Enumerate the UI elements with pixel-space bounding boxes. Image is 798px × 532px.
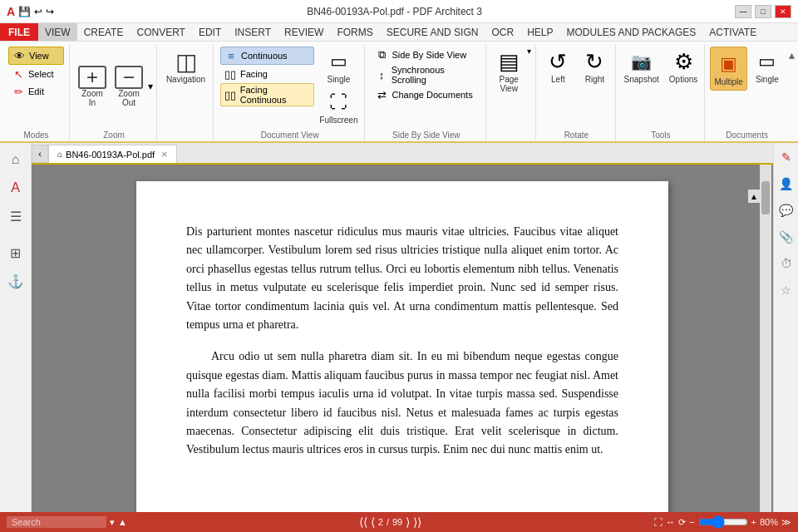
search-input[interactable] (7, 516, 106, 528)
tools-label: Tools (651, 131, 670, 140)
menu-file[interactable]: FILE (0, 23, 38, 41)
tab-nav-left[interactable]: ‹ (32, 145, 48, 163)
status-left: ▾ ▲ (7, 516, 127, 528)
undo-icon[interactable]: ↩ (34, 6, 42, 17)
attachments-icon: 📎 (779, 230, 793, 244)
clock-btn[interactable]: ⏱ (776, 253, 797, 274)
pages-icon: ☰ (10, 209, 22, 224)
facing-icon: ▯▯ (223, 66, 238, 81)
side-by-side-button[interactable]: ⧉ Side By Side View (372, 47, 480, 63)
rotate-left-button[interactable]: ↺ Left (541, 47, 574, 86)
facing-button[interactable]: ▯▯ Facing (220, 66, 314, 82)
scroll-up-btn[interactable]: ▲ (748, 190, 760, 203)
select-mode-button[interactable]: ↖ Select (8, 66, 64, 82)
menu-create[interactable]: CREATE (77, 23, 131, 41)
ribbon-group-pageview: ▤ PageView ▾ (488, 45, 536, 141)
save-icon[interactable]: 💾 (18, 6, 31, 17)
fullscreen-button[interactable]: ⛶ Fullscreen (318, 87, 359, 126)
attachments-btn[interactable]: 📎 (776, 226, 797, 248)
single-button[interactable]: ▭ Single (323, 47, 353, 86)
menu-review[interactable]: REVIEW (278, 23, 330, 41)
multiple-icon: ▣ (716, 51, 742, 77)
modes-label: Modes (23, 131, 48, 140)
home-panel-btn[interactable]: ⌂ (2, 146, 29, 173)
zoom-in-status-btn[interactable]: + (751, 517, 756, 527)
menu-activate[interactable]: ACTIVATE (702, 23, 763, 41)
sync-scroll-icon: ↕ (374, 67, 388, 82)
menu-forms[interactable]: FORMS (330, 23, 379, 41)
layers-panel-btn[interactable]: ⊞ (2, 239, 29, 266)
fit-width-btn[interactable]: ↔ (666, 517, 675, 527)
right-panel: ✎ 👤 💬 📎 ⏱ ☆ (773, 143, 798, 512)
menu-convert[interactable]: CONVERT (130, 23, 191, 41)
scrollbar[interactable] (760, 165, 771, 512)
pdf-area[interactable]: ▲ Dis parturient montes nascetur ridicul… (32, 165, 773, 512)
menu-edit[interactable]: EDIT (192, 23, 228, 41)
menu-insert[interactable]: INSERT (228, 23, 278, 41)
page-view-dropdown[interactable]: ▾ (527, 47, 531, 56)
rotate-label: Rotate (564, 131, 589, 140)
anchor-panel-btn[interactable]: ⚓ (2, 268, 29, 294)
menu-ocr[interactable]: OCR (485, 23, 520, 41)
search-up-btn[interactable]: ▲ (118, 517, 127, 527)
zoom-dropdown[interactable]: ▾ (148, 81, 153, 92)
anchor-icon: ⚓ (7, 273, 24, 289)
sync-scroll-button[interactable]: ↕ Synchronous Scrolling (372, 64, 480, 86)
fit-page-btn[interactable]: ⛶ (653, 517, 663, 527)
ribbon-group-sidebyside: ⧉ Side By Side View ↕ Synchronous Scroll… (367, 45, 486, 141)
snapshot-button[interactable]: 📷 Snapshot (621, 47, 663, 86)
rotate-status-btn[interactable]: ⟳ (678, 517, 686, 528)
zoom-out-button[interactable]: − ZoomOut (111, 64, 146, 109)
restore-btn[interactable]: □ (755, 5, 771, 18)
document-tab[interactable]: ⌂ BN46-00193A-Pol.pdf × (48, 145, 177, 163)
redo-icon[interactable]: ↪ (46, 6, 54, 17)
page-separator: / (387, 517, 389, 527)
change-docs-button[interactable]: ⇄ Change Documents (372, 86, 480, 103)
scroll-thumb[interactable] (761, 181, 770, 214)
menu-secure[interactable]: SECURE AND SIGN (380, 23, 485, 41)
annotation-icon: ✎ (781, 150, 791, 164)
facing-continuous-icon: ▯▯ (224, 87, 238, 102)
nav-last-btn[interactable]: ⟩⟩ (413, 515, 421, 529)
search-panel-btn[interactable]: A (2, 175, 29, 201)
search-dropdown-btn[interactable]: ▾ (110, 517, 115, 528)
minimize-btn[interactable]: — (735, 5, 751, 18)
nav-next-btn[interactable]: ⟩ (406, 515, 410, 529)
zoom-more-btn[interactable]: ≫ (781, 517, 791, 528)
menu-view[interactable]: VIEW (38, 23, 77, 41)
single-doc-icon: ▭ (754, 48, 781, 75)
comments-btn[interactable]: 💬 (776, 200, 797, 221)
zoom-in-button[interactable]: + ZoomIn (75, 64, 110, 109)
annotation-btn[interactable]: ✎ (776, 146, 797, 168)
zoom-slider[interactable] (698, 519, 748, 525)
ribbon-content: 👁 View ↖ Select ✏ Edit Modes + ZoomIn (0, 42, 798, 141)
comments-icon: 💬 (779, 204, 793, 217)
navigation-button[interactable]: ◫ Navigation (163, 47, 209, 86)
nav-prev-btn[interactable]: ⟨ (371, 515, 375, 529)
contacts-btn[interactable]: 👤 (776, 173, 797, 195)
pages-panel-btn[interactable]: ☰ (2, 203, 29, 229)
ribbon-collapse[interactable]: ▴ (789, 45, 795, 141)
menu-modules[interactable]: MODULES AND PACKAGES (559, 23, 702, 41)
ribbon-group-docview: ≡ Continuous ▯▯ Facing ▯▯ Facing Continu… (215, 45, 365, 141)
options-button[interactable]: ⚙ Options (666, 47, 701, 86)
continuous-button[interactable]: ≡ Continuous (220, 47, 314, 65)
collapse-icon[interactable]: ▴ (789, 48, 795, 62)
nav-first-btn[interactable]: ⟨⟨ (359, 515, 367, 529)
tab-close-btn[interactable]: × (161, 148, 168, 160)
page-view-button[interactable]: ▤ PageView (492, 47, 525, 95)
window-controls: — □ ✕ (735, 5, 791, 18)
paragraph2: Arcu odio ut sem nulla pharetra diam sit… (186, 347, 618, 459)
rotate-right-button[interactable]: ↻ Right (578, 47, 611, 86)
multiple-docs-button[interactable]: ▣ Multiple (710, 47, 746, 91)
view-mode-button[interactable]: 👁 View (8, 47, 64, 65)
app-logo: A (7, 5, 15, 18)
bookmark-btn[interactable]: ☆ (776, 279, 797, 301)
facing-continuous-button[interactable]: ▯▯ Facing Continuous (220, 83, 314, 106)
menu-help[interactable]: HELP (520, 23, 559, 41)
zoom-out-status-btn[interactable]: − (689, 517, 694, 527)
close-btn[interactable]: ✕ (775, 5, 791, 18)
edit-mode-button[interactable]: ✏ Edit (8, 83, 64, 100)
status-bar: ▾ ▲ ⟨⟨ ⟨ 2 / 99 ⟩ ⟩⟩ ⛶ ↔ ⟳ − + 80% ≫ (0, 512, 798, 532)
single-doc-button[interactable]: ▭ Single (751, 47, 784, 86)
